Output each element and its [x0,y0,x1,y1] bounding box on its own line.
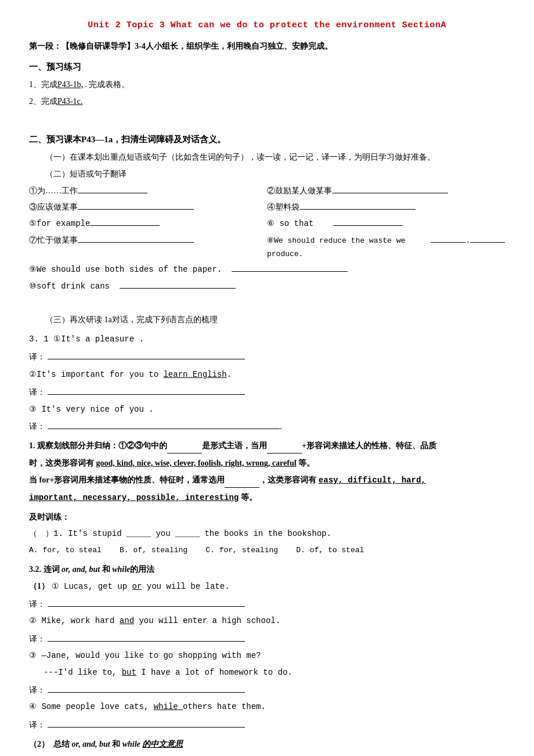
observation-block: 1. 观察划线部分并归纳：①②③句中的是形式主语，当用+形容词来描述人的性格、特… [29,438,505,505]
translation-row-4: ⑦忙于做某事 ⑧We should reduce the waste we pr… [29,233,505,261]
translate-blank-1 [48,350,245,359]
translate-blank-but [48,683,245,693]
practice-question: （ ）1. It's stupid _____ you _____ the bo… [29,527,505,541]
blank-2 [332,184,448,193]
part4-item2-sentence: ② Mike, work hard and you will enter a h… [29,614,505,628]
item-num-10: ⑩soft drink cans [29,279,120,294]
part3-item2-translate: 译： [29,384,505,399]
blank-8b [470,233,505,243]
part4-item3-sentence1: ③ —Jane, would you like to go shopping w… [29,649,505,663]
part2-label: 二、预习课本P43—1a，扫清生词障碍及对话含义。 [29,132,505,147]
item-num-9: ⑨We should use both sides of the paper. [29,262,232,277]
part4-summary-title: （2） 总结 or, and, but 和 while 的中文意思 [29,737,505,751]
part2-sub3: （三）再次研读 1a对话，完成下列语言点的梳理 [29,312,505,327]
translate-blank-or [48,597,245,607]
part4-item3-translate: 译： [29,682,505,697]
part4-item1-label: （1） ① Lucas, get up or you will be late. [29,579,505,594]
part4-item3-sentence2: ---I'd like to, but I have a lot of home… [29,665,505,680]
blank-4 [300,200,416,210]
observation-text: 1. 观察划线部分并归纳：①②③句中的是形式主语，当用+形容词来描述人的性格、特… [29,438,505,453]
item-num-3: ③应该做某事 [29,200,78,214]
part4-item4-translate: 译： [29,717,505,732]
observation-text4: important, necessary, possible, interest… [29,490,505,505]
part1-label: 一、预习练习 [29,59,505,75]
translation-row-6: ⑩soft drink cans [29,279,505,294]
page-title: Unit 2 Topic 3 What can we do to protect… [29,17,505,33]
translate-blank-while [48,718,245,728]
item-num-4: ④塑料袋 [267,200,300,214]
blank-6 [333,217,403,226]
item-num-8: ⑧We should reduce the waste we produce. [267,234,431,261]
translate-blank-2 [48,386,245,395]
observation-text2: 时，这类形容词有 good, kind, nice, wise, clever,… [29,456,505,470]
obs-blank2 [267,444,302,453]
translate-blank-and [48,632,245,642]
blank-3 [78,200,194,210]
obs-blank1 [167,444,202,453]
part4-block: 3.2. 连词 or, and, but 和 while的用法 （1） ① Lu… [29,562,505,756]
blank-7 [78,233,194,243]
part3-block: 3. 1 ①It's a pleasure . 译： ②It's importa… [29,332,505,434]
part3-item3-translate: 译： . [29,419,505,434]
blank-5 [90,217,160,226]
practice-block: 及时训练： （ ）1. It's stupid _____ you _____ … [29,510,505,557]
observation-text3: 当 for+形容词用来描述事物的性质、特征时，通常选用，这类形容词有 easy,… [29,473,505,488]
part4-item2-translate: 译： [29,631,505,646]
part2-sub1: （一）在课本划出重点短语或句子（比如含生词的句子），读一读，记一记，译一译，为明… [29,150,505,164]
item-num-7: ⑦忙于做某事 [29,233,78,247]
practice-label: 及时训练： [29,510,505,524]
blank-8 [431,233,466,243]
part4-item4-sentence: ④ Some people love cats, while others ha… [29,700,505,714]
part3-item1-translate: 译： [29,349,505,364]
section1-header: 第一段：【晚修自研课导学】3-4人小组长，组织学生，利用晚自习独立、安静完成。 [29,39,505,53]
item-num-5: ⑤for example [29,217,90,231]
part3-item1-sentence: 3. 1 ①It's a pleasure . [29,332,505,347]
obs-blank3 [225,478,259,488]
part4-title: 3.2. 连词 or, and, but 和 while的用法 [29,562,505,577]
part1-item2: 2、完成P43-1c. [29,94,505,109]
translation-row-2: ③应该做某事 ④塑料袋 [29,200,505,214]
translation-row-3: ⑤for example ⑥ so that [29,217,505,231]
part3-item3-sentence: ③ It's very nice of you . [29,402,505,417]
blank-10 [120,279,236,289]
translation-row-1: ①为……工作 ②鼓励某人做某事 [29,183,505,198]
part2-sub2: （二）短语或句子翻译 [29,167,505,181]
translation-row-5: ⑨We should use both sides of the paper. [29,262,505,277]
part1-item1: 1、完成P43-1b, . 完成表格。 [29,77,505,92]
item-num-2: ②鼓励某人做某事 [267,183,332,198]
item-num-6: ⑥ so that [267,217,333,231]
blank-9 [232,262,348,272]
blank-1 [78,184,147,193]
item-num-1: ①为……工作 [29,183,78,198]
practice-options: A. for, to steal B. of, stealing C. for,… [29,543,505,557]
part3-item2-sentence: ②It's important for you to learn English… [29,367,505,382]
part4-item1-translate: 译： [29,596,505,611]
